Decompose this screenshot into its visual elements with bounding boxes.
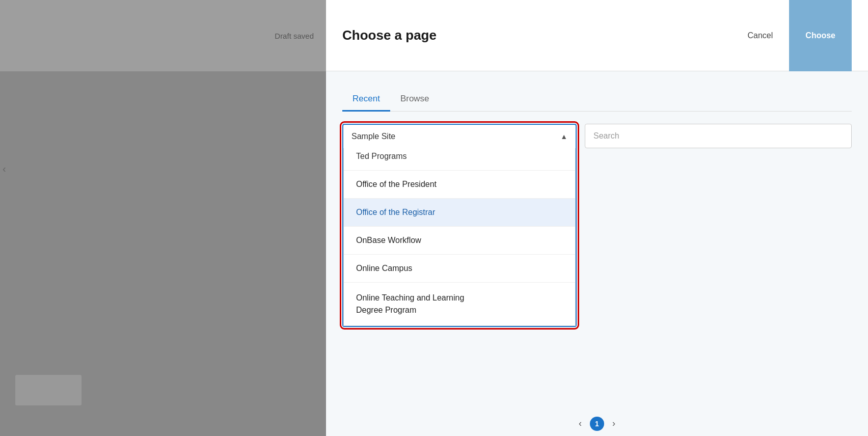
editor-small-box bbox=[15, 375, 82, 405]
content-area: Sample Site ▲ Ted Programs Office of the… bbox=[342, 124, 852, 327]
editor-body: ‹ bbox=[0, 71, 326, 436]
tab-browse[interactable]: Browse bbox=[390, 88, 440, 112]
cancel-button[interactable]: Cancel bbox=[736, 26, 785, 45]
list-item[interactable]: Online Campus bbox=[344, 255, 575, 283]
list-item[interactable]: OnBase Workflow bbox=[344, 227, 575, 255]
current-page-indicator: 1 bbox=[590, 417, 604, 431]
modal-header: Choose a page Cancel Choose bbox=[326, 0, 868, 71]
tab-bar: Recent Browse bbox=[342, 88, 852, 112]
site-dropdown[interactable]: Sample Site ▲ Ted Programs Office of the… bbox=[342, 124, 577, 327]
search-input[interactable] bbox=[585, 124, 852, 148]
list-item[interactable]: Office of the President bbox=[344, 171, 575, 199]
modal-content: Recent Browse Sample Site ▲ Ted Programs bbox=[326, 71, 868, 436]
list-item[interactable]: Online Teaching and LearningDegree Progr… bbox=[344, 283, 575, 325]
list-item[interactable]: Ted Programs bbox=[344, 148, 575, 171]
dropdown-arrow-icon: ▲ bbox=[560, 132, 567, 141]
draft-saved-label: Draft saved bbox=[275, 32, 314, 40]
page-list: Ted Programs Office of the President Off… bbox=[343, 148, 576, 326]
background-editor: Draft saved ‹ bbox=[0, 0, 326, 436]
list-item-highlighted[interactable]: Office of the Registrar bbox=[344, 199, 575, 227]
dropdown-header[interactable]: Sample Site ▲ bbox=[343, 125, 576, 148]
pagination: ‹ 1 › bbox=[575, 416, 619, 431]
right-panel bbox=[585, 124, 852, 327]
editor-left-arrow: ‹ bbox=[3, 163, 6, 175]
left-panel: Sample Site ▲ Ted Programs Office of the… bbox=[342, 124, 577, 327]
choose-button[interactable]: Choose bbox=[789, 0, 852, 71]
editor-header: Draft saved bbox=[0, 0, 326, 71]
prev-page-button[interactable]: ‹ bbox=[575, 416, 586, 431]
next-page-button[interactable]: › bbox=[608, 416, 619, 431]
dropdown-selected-value: Sample Site bbox=[351, 132, 395, 141]
modal-title: Choose a page bbox=[342, 28, 736, 43]
tab-recent[interactable]: Recent bbox=[342, 88, 390, 112]
